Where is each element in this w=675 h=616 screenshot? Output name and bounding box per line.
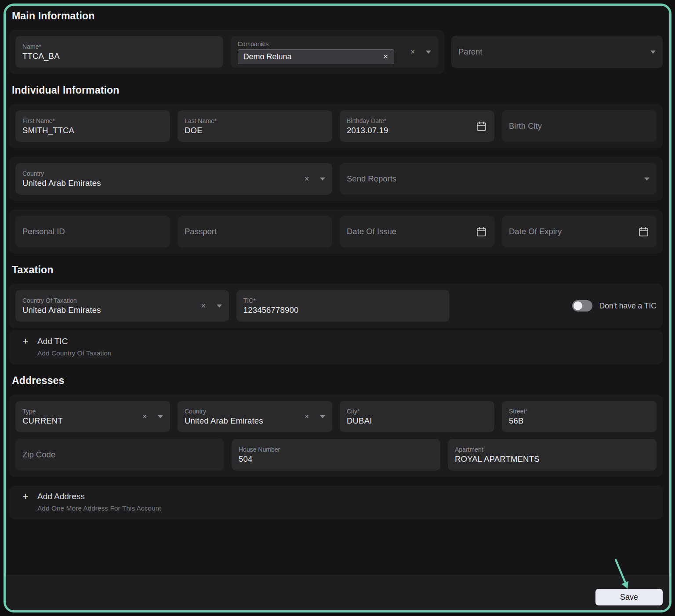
tic-label: TIC* (243, 297, 443, 304)
chip-close-icon[interactable]: ✕ (383, 53, 388, 61)
country-of-taxation-main: Country Of Taxation United Arab Emirates (22, 297, 196, 315)
date-of-expiry-placeholder: Date Of Expiry (509, 227, 632, 236)
street-field[interactable]: Street* 56B (502, 401, 657, 432)
last-name-main: Last Name* DOE (185, 117, 325, 135)
send-reports-select[interactable]: Send Reports (340, 163, 657, 195)
address-row-2: Zip Code House Number 504 Apartment ROYA… (15, 439, 657, 471)
address-country-label: Country (185, 408, 299, 415)
date-of-expiry-main: Date Of Expiry (509, 227, 632, 236)
calendar-icon[interactable] (638, 226, 650, 238)
address-type-value: CURRENT (22, 416, 137, 426)
city-main: City* DUBAI (347, 408, 487, 426)
name-field[interactable]: Name* TTCA_BA (15, 36, 223, 68)
addresses-title: Addresses (12, 375, 663, 387)
first-name-value: SMITH_TTCA (22, 126, 163, 135)
address-country-select[interactable]: Country United Arab Emirates ✕ (178, 401, 332, 432)
country-of-taxation-value: United Arab Emirates (22, 305, 196, 315)
company-chip[interactable]: Demo Reluna ✕ (238, 49, 394, 64)
country-main: Country United Arab Emirates (22, 170, 299, 188)
add-tic-button[interactable]: + Add TIC Add Country Of Taxation (9, 330, 663, 364)
clear-icon[interactable]: ✕ (201, 303, 206, 309)
personal-id-main: Personal ID (22, 227, 163, 236)
city-label: City* (347, 408, 487, 415)
tic-toggle-cell: Don't have a TIC (457, 290, 657, 322)
first-name-label: First Name* (22, 117, 163, 124)
companies-select[interactable]: Companies Demo Reluna ✕ ✕ (231, 36, 439, 68)
date-of-issue-field[interactable]: Date Of Issue (340, 216, 494, 247)
birthday-main: Birthday Date* 2013.07.19 (347, 117, 470, 135)
passport-main: Passport (185, 227, 325, 236)
chevron-down-icon[interactable] (217, 304, 222, 308)
last-name-field[interactable]: Last Name* DOE (178, 110, 332, 142)
country-reports-group: Country United Arab Emirates ✕ Send Repo… (9, 157, 663, 201)
address-row-1: Type CURRENT ✕ Country United Arab Emira… (15, 401, 657, 432)
chevron-down-icon[interactable] (426, 51, 431, 54)
passport-field[interactable]: Passport (178, 216, 332, 247)
city-value: DUBAI (347, 416, 487, 426)
name-field-main: Name* TTCA_BA (22, 43, 216, 61)
address-type-select[interactable]: Type CURRENT ✕ (15, 401, 170, 432)
footer-bar (6, 576, 669, 610)
first-name-field[interactable]: First Name* SMITH_TTCA (15, 110, 170, 142)
house-number-label: House Number (239, 446, 433, 453)
address-country-adorn: ✕ (304, 413, 325, 420)
calendar-icon[interactable] (475, 120, 487, 132)
birth-city-main: Birth City (509, 121, 650, 131)
add-address-subtitle: Add One More Address For This Account (37, 504, 651, 512)
companies-adorn: ✕ (410, 49, 431, 55)
personal-id-field[interactable]: Personal ID (15, 216, 170, 247)
companies-field-main: Companies Demo Reluna ✕ (238, 40, 405, 64)
country-of-taxation-select[interactable]: Country Of Taxation United Arab Emirates… (15, 290, 229, 322)
account-form-panel: Main Information Name* TTCA_BA Companies… (4, 4, 671, 612)
date-of-expiry-field[interactable]: Date Of Expiry (502, 216, 657, 247)
zip-code-field[interactable]: Zip Code (15, 439, 224, 471)
chevron-down-icon[interactable] (320, 178, 325, 181)
addresses-group: Type CURRENT ✕ Country United Arab Emira… (9, 395, 663, 477)
apartment-field[interactable]: Apartment ROYAL APARTMENTS (448, 439, 657, 471)
country-adorn: ✕ (304, 176, 325, 182)
chevron-down-icon[interactable] (320, 415, 325, 418)
clear-icon[interactable]: ✕ (142, 413, 147, 420)
parent-select[interactable]: Parent (451, 36, 663, 68)
dont-have-tic-toggle[interactable] (572, 300, 592, 312)
parent-cell: Parent (451, 36, 663, 68)
chevron-down-icon[interactable] (644, 178, 650, 181)
personal-id-placeholder: Personal ID (22, 227, 163, 236)
chevron-down-icon[interactable] (650, 51, 656, 54)
address-country-main: Country United Arab Emirates (185, 408, 299, 426)
country-value: United Arab Emirates (22, 178, 299, 188)
tic-value: 123456778900 (243, 305, 443, 315)
form-content: Main Information Name* TTCA_BA Companies… (6, 6, 669, 576)
birthday-date-field[interactable]: Birthday Date* 2013.07.19 (340, 110, 494, 142)
toggle-knob (573, 301, 582, 310)
tic-field[interactable]: TIC* 123456778900 (236, 290, 450, 322)
street-label: Street* (509, 408, 650, 415)
birthday-label: Birthday Date* (347, 117, 470, 124)
chevron-down-icon[interactable] (158, 415, 163, 418)
add-address-button[interactable]: + Add Address Add One More Address For T… (9, 486, 663, 519)
add-address-top: + Add Address (21, 492, 651, 501)
parent-label: Parent (458, 47, 645, 57)
country-select[interactable]: Country United Arab Emirates ✕ (15, 163, 332, 195)
address-type-main: Type CURRENT (22, 408, 137, 426)
country-label: Country (22, 170, 299, 177)
birth-city-placeholder: Birth City (509, 121, 650, 131)
passport-placeholder: Passport (185, 227, 325, 236)
clear-icon[interactable]: ✕ (410, 49, 415, 55)
birth-city-field[interactable]: Birth City (502, 110, 657, 142)
taxation-title: Taxation (12, 264, 663, 276)
last-name-label: Last Name* (185, 117, 325, 124)
city-field[interactable]: City* DUBAI (340, 401, 494, 432)
clear-icon[interactable]: ✕ (304, 413, 309, 420)
apartment-value: ROYAL APARTMENTS (455, 454, 650, 464)
save-button[interactable]: Save (595, 589, 663, 605)
house-number-field[interactable]: House Number 504 (232, 439, 440, 471)
first-name-main: First Name* SMITH_TTCA (22, 117, 163, 135)
dont-have-tic-label: Don't have a TIC (599, 301, 657, 311)
send-reports-adorn (644, 178, 650, 181)
street-main: Street* 56B (509, 408, 650, 426)
date-of-issue-main: Date Of Issue (347, 227, 470, 236)
calendar-icon[interactable] (475, 226, 487, 238)
zip-code-main: Zip Code (22, 450, 217, 460)
clear-icon[interactable]: ✕ (304, 176, 309, 182)
